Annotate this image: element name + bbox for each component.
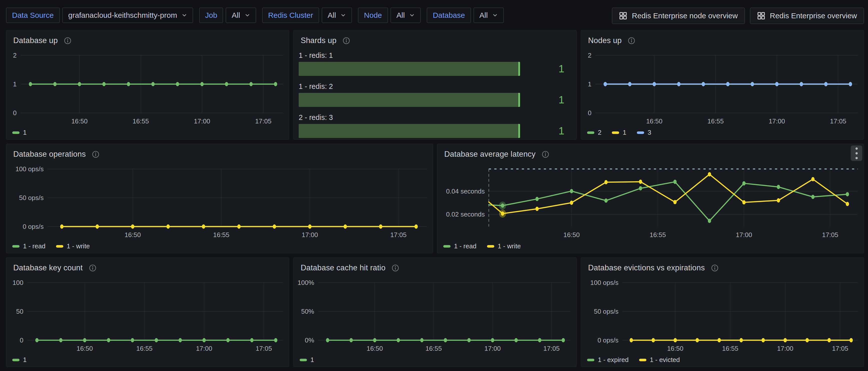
- info-icon[interactable]: [541, 150, 549, 158]
- bar-gauge-value: 1: [520, 125, 571, 137]
- info-icon[interactable]: [92, 150, 99, 158]
- panel-header: Nodes up: [581, 30, 864, 51]
- variable-value-dropdown[interactable]: All: [226, 7, 256, 23]
- variable-value-dropdown[interactable]: All: [391, 7, 421, 23]
- dashboard-grid-icon: [757, 11, 766, 20]
- svg-text:16:50: 16:50: [367, 345, 383, 352]
- svg-text:17:00: 17:00: [736, 231, 752, 238]
- panel-title: Database cache hit ratio: [301, 263, 385, 273]
- template-variable-database: Database All: [427, 7, 504, 23]
- info-icon[interactable]: [628, 37, 636, 45]
- svg-text:2: 2: [588, 52, 591, 59]
- legend-label: 1 - write: [498, 242, 521, 250]
- bar-gauge-fill: [299, 62, 520, 76]
- bar-gauge-value: 1: [520, 63, 571, 75]
- legend-item[interactable]: 1: [12, 129, 27, 137]
- svg-text:17:05: 17:05: [543, 345, 560, 352]
- series-color-swatch: [300, 359, 307, 361]
- panel-menu-button[interactable]: [851, 145, 862, 161]
- panel-title: Database operations: [13, 150, 86, 159]
- panel-legend: 1: [12, 356, 27, 364]
- variable-value-dropdown[interactable]: All: [473, 7, 504, 23]
- bar-gauge-track: 1: [299, 93, 571, 107]
- legend-item[interactable]: 1 - expired: [587, 356, 629, 364]
- variable-value-dropdown[interactable]: All: [322, 7, 352, 23]
- legend-item[interactable]: 1 - read: [12, 242, 45, 250]
- panel-title: Database key count: [13, 263, 83, 273]
- variable-selected-value: All: [328, 11, 336, 20]
- legend-item[interactable]: 1 - write: [487, 242, 521, 250]
- series-color-swatch: [612, 132, 619, 134]
- variable-value-dropdown[interactable]: grafanacloud-keithschmitty-prom: [62, 7, 193, 23]
- series-color-swatch: [12, 132, 20, 134]
- dashboard-link-button[interactable]: Redis Enterprise overview: [750, 7, 864, 24]
- legend-item[interactable]: 1 - read: [443, 242, 476, 250]
- svg-text:0: 0: [13, 109, 17, 117]
- svg-text:0 ops/s: 0 ops/s: [23, 223, 44, 230]
- variable-selected-value: All: [397, 11, 405, 20]
- bar-gauge-row: 1 - redis: 1 1: [299, 51, 571, 76]
- chevron-down-icon: [245, 12, 250, 18]
- bar-gauge-label: 2 - redis: 3: [299, 113, 571, 122]
- chevron-down-icon: [409, 12, 415, 18]
- bar-gauge-cap: [518, 124, 520, 138]
- panel-title: Nodes up: [588, 36, 622, 45]
- svg-text:16:55: 16:55: [722, 345, 738, 352]
- svg-text:16:55: 16:55: [707, 117, 724, 125]
- chevron-down-icon: [492, 12, 498, 18]
- legend-label: 1 - write: [67, 242, 90, 250]
- panel-title: Database average latency: [444, 150, 535, 159]
- panel-title: Database evictions vs expirations: [588, 263, 705, 273]
- panel-database-key-count: Database key count 10050016:5016:5517:00…: [6, 257, 289, 367]
- panel-header: Database average latency: [437, 144, 864, 165]
- info-icon[interactable]: [89, 264, 97, 272]
- info-icon[interactable]: [342, 37, 350, 45]
- panel-title: Shards up: [301, 36, 336, 45]
- legend-item[interactable]: 1: [612, 129, 626, 137]
- legend-item[interactable]: 1 - write: [56, 242, 90, 250]
- svg-text:16:55: 16:55: [213, 231, 229, 238]
- svg-text:100 ops/s: 100 ops/s: [590, 279, 619, 286]
- svg-text:17:05: 17:05: [390, 231, 406, 238]
- panel-shards-up: Shards up 1 - redis: 1 1 1 - redis: 2: [293, 30, 577, 140]
- panel-legend: 1: [300, 356, 314, 364]
- bar-gauge-label: 1 - redis: 1: [299, 51, 571, 60]
- template-variable-data-source: Data Source grafanacloud-keithschmitty-p…: [6, 7, 193, 23]
- svg-text:16:50: 16:50: [71, 117, 88, 125]
- legend-label: 2: [598, 129, 601, 137]
- panel-header: Database cache hit ratio: [294, 258, 576, 278]
- legend-item[interactable]: 3: [637, 129, 651, 137]
- series-color-swatch: [443, 245, 451, 248]
- legend-item[interactable]: 2: [587, 129, 601, 137]
- info-icon[interactable]: [392, 264, 399, 272]
- svg-text:17:00: 17:00: [485, 345, 501, 352]
- bar-gauge-label: 1 - redis: 2: [299, 82, 571, 91]
- template-variable-redis-cluster: Redis Cluster All: [262, 7, 352, 23]
- svg-text:17:05: 17:05: [832, 345, 848, 352]
- legend-label: 3: [648, 129, 651, 137]
- dashboard-link-button[interactable]: Redis Enterprise node overview: [612, 7, 745, 24]
- panel-database-average-latency: Database average latency 0.04 seconds0.0…: [437, 144, 864, 253]
- legend-item[interactable]: 1: [300, 356, 314, 364]
- dashboard-grid-icon: [619, 11, 627, 20]
- bar-gauge-cap: [518, 93, 520, 107]
- bar-gauge-row: 1 - redis: 2 1: [299, 82, 571, 107]
- series-color-swatch: [12, 245, 20, 248]
- svg-text:100 ops/s: 100 ops/s: [16, 165, 44, 173]
- svg-text:0: 0: [20, 337, 23, 344]
- svg-text:16:50: 16:50: [667, 345, 683, 352]
- series-color-swatch: [639, 359, 646, 361]
- info-icon[interactable]: [711, 264, 719, 272]
- variable-label: Data Source: [6, 7, 60, 23]
- svg-text:17:00: 17:00: [777, 345, 793, 352]
- chevron-down-icon: [182, 12, 187, 18]
- svg-text:16:50: 16:50: [646, 117, 662, 125]
- dashboard: Data Source grafanacloud-keithschmitty-p…: [0, 0, 868, 371]
- legend-item[interactable]: 1 - evicted: [639, 356, 680, 364]
- legend-item[interactable]: 1: [12, 356, 27, 364]
- svg-text:17:00: 17:00: [194, 117, 210, 125]
- svg-text:17:05: 17:05: [255, 117, 271, 125]
- template-variable-node: Node All: [358, 7, 421, 23]
- variable-label: Node: [358, 7, 388, 23]
- info-icon[interactable]: [64, 37, 71, 45]
